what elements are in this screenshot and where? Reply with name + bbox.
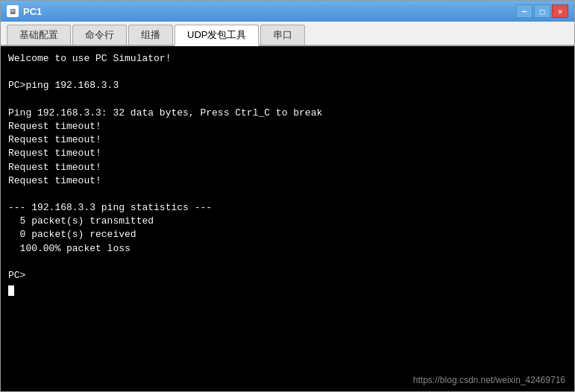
title-bar-buttons: — □ ✕	[516, 4, 568, 18]
maximize-button[interactable]: □	[534, 4, 550, 18]
close-button[interactable]: ✕	[552, 4, 568, 18]
terminal-output: Welcome to use PC Simulator! PC>ping 192…	[8, 52, 567, 282]
tab-serial[interactable]: 串口	[260, 25, 305, 45]
minimize-button[interactable]: —	[516, 4, 532, 18]
tab-command-line[interactable]: 命令行	[72, 25, 127, 45]
window-icon: 🖥	[7, 5, 19, 17]
title-bar: 🖥 PC1 — □ ✕	[1, 1, 574, 22]
terminal-container[interactable]: Welcome to use PC Simulator! PC>ping 192…	[1, 46, 574, 391]
terminal-cursor	[8, 285, 14, 296]
tab-bar: 基础配置 命令行 组播 UDP发包工具 串口	[1, 22, 574, 46]
tab-udp-tool[interactable]: UDP发包工具	[175, 25, 259, 46]
watermark: https://blog.csdn.net/weixin_42469716	[413, 375, 565, 385]
main-window: 🖥 PC1 — □ ✕ 基础配置 命令行 组播 UDP发包工具 串口 Welco…	[0, 0, 575, 392]
window-title: PC1	[23, 6, 42, 17]
tab-basic-config[interactable]: 基础配置	[7, 25, 71, 45]
title-bar-left: 🖥 PC1	[7, 5, 42, 17]
tab-multicast[interactable]: 组播	[128, 25, 173, 45]
